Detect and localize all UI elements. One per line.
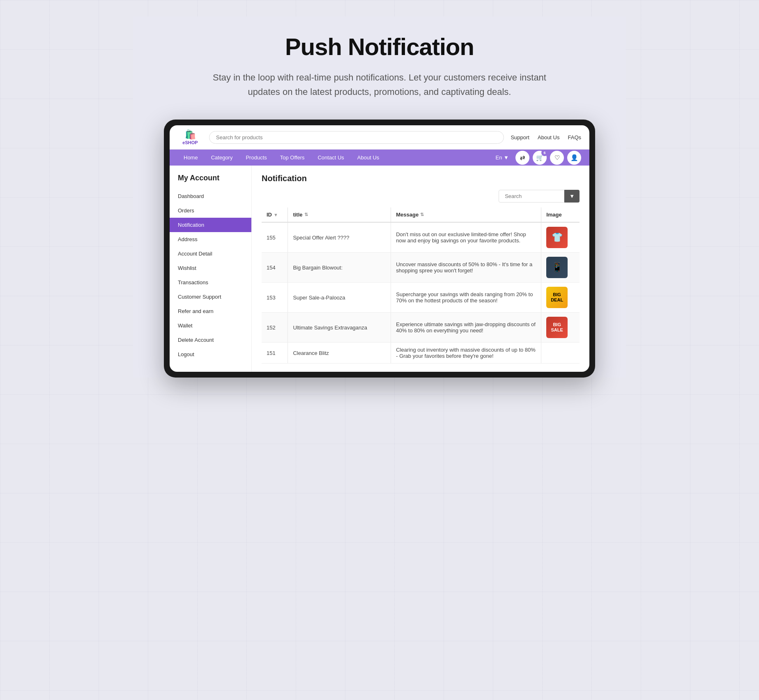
cell-message: Supercharge your savings with deals rang… <box>391 283 541 313</box>
cell-id: 155 <box>262 222 288 253</box>
faqs-link[interactable]: FAQs <box>568 134 581 140</box>
heart-icon: ♡ <box>554 154 560 161</box>
notification-heading: Notification <box>262 174 580 183</box>
hero-title: Push Notification <box>203 33 556 60</box>
col-header-image: Image <box>541 207 580 222</box>
sidebar-item-notification[interactable]: Notification <box>170 218 251 232</box>
tablet-frame: 🛍️ eSHOP Support About Us FAQs Home Cate… <box>164 120 595 378</box>
logo-icon: 🛍️ <box>185 129 196 140</box>
nav-top-offers[interactable]: Top Offers <box>274 150 310 166</box>
message-sort-icon: ⇅ <box>420 212 424 217</box>
top-links: Support About Us FAQs <box>511 134 581 140</box>
cell-title: Big Bargain Blowout: <box>288 253 391 283</box>
sidebar-item-wishlist[interactable]: Wishlist <box>170 261 251 275</box>
sidebar-item-orders[interactable]: Orders <box>170 203 251 218</box>
notification-search-input[interactable] <box>499 190 564 203</box>
wishlist-icon-btn[interactable]: ♡ <box>550 151 564 165</box>
search-input[interactable] <box>209 131 504 144</box>
tablet-screen: 🛍️ eSHOP Support About Us FAQs Home Cate… <box>170 125 589 372</box>
sidebar-item-delete-account[interactable]: Delete Account <box>170 333 251 347</box>
sidebar-item-dashboard[interactable]: Dashboard <box>170 189 251 203</box>
sidebar-item-refer-earn[interactable]: Refer and earn <box>170 304 251 318</box>
col-header-message[interactable]: Message ⇅ <box>391 207 541 222</box>
nav-category[interactable]: Category <box>205 150 239 166</box>
table-row: 154Big Bargain Blowout:Uncover massive d… <box>262 253 580 283</box>
hero-section: Push Notification Stay in the loop with … <box>195 16 564 120</box>
cell-title: Ultimate Savings Extravaganza <box>288 313 391 343</box>
user-icon: 👤 <box>570 154 578 161</box>
notification-image: BIGDEAL <box>546 287 568 308</box>
cell-image: 📱 <box>541 253 580 283</box>
nav-bar: Home Category Products Top Offers Contac… <box>170 150 589 166</box>
cell-id: 154 <box>262 253 288 283</box>
cell-message: Uncover massive discounts of 50% to 80% … <box>391 253 541 283</box>
cell-image <box>541 343 580 364</box>
nav-about[interactable]: About Us <box>352 150 385 166</box>
sidebar: My Account Dashboard Orders Notification… <box>170 166 252 372</box>
sidebar-item-address[interactable]: Address <box>170 232 251 246</box>
cell-image: BIGSALE <box>541 313 580 343</box>
cell-image: BIGDEAL <box>541 283 580 313</box>
notification-image: BIGSALE <box>546 317 568 338</box>
cell-title: Clearance Blitz <box>288 343 391 364</box>
cell-message: Clearing out inventory with massive disc… <box>391 343 541 364</box>
notification-image: 📱 <box>546 257 568 278</box>
col-header-title[interactable]: title ⇅ <box>288 207 391 222</box>
table-row: 152Ultimate Savings ExtravaganzaExperien… <box>262 313 580 343</box>
cell-id: 151 <box>262 343 288 364</box>
table-row: 155Special Offer Alert ????Don't miss ou… <box>262 222 580 253</box>
nav-links: Home Category Products Top Offers Contac… <box>178 150 385 166</box>
cell-message: Don't miss out on our exclusive limited-… <box>391 222 541 253</box>
hero-subtitle: Stay in the loop with real-time push not… <box>203 70 556 99</box>
cart-badge: 6 <box>541 150 548 156</box>
cell-message: Experience ultimate savings with jaw-dro… <box>391 313 541 343</box>
notification-table: ID ▼ title ⇅ <box>262 207 580 364</box>
sidebar-item-wallet[interactable]: Wallet <box>170 318 251 333</box>
notification-image: 👕 <box>546 227 568 248</box>
cell-title: Super Sale-a-Palooza <box>288 283 391 313</box>
cell-title: Special Offer Alert ???? <box>288 222 391 253</box>
logo[interactable]: 🛍️ eSHOP <box>178 129 202 145</box>
search-row: ▼ <box>262 190 580 203</box>
nav-contact[interactable]: Contact Us <box>312 150 350 166</box>
id-sort-icon: ▼ <box>274 212 278 217</box>
sidebar-title: My Account <box>170 174 251 189</box>
cell-image: 👕 <box>541 222 580 253</box>
sidebar-item-customer-support[interactable]: Customer Support <box>170 290 251 304</box>
language-selector[interactable]: En ▼ <box>492 152 512 163</box>
top-bar: 🛍️ eSHOP Support About Us FAQs <box>170 125 589 150</box>
title-sort-icon: ⇅ <box>304 212 308 217</box>
cart-icon-btn[interactable]: 🛒 6 <box>533 151 547 165</box>
table-row: 151Clearance BlitzClearing out inventory… <box>262 343 580 364</box>
nav-products[interactable]: Products <box>240 150 272 166</box>
nav-right: En ▼ ⇄ 🛒 6 ♡ 👤 <box>492 151 581 165</box>
nav-home[interactable]: Home <box>178 150 204 166</box>
shuffle-icon-btn[interactable]: ⇄ <box>515 151 529 165</box>
main-content: My Account Dashboard Orders Notification… <box>170 166 589 372</box>
shuffle-icon: ⇄ <box>520 154 525 161</box>
table-row: 153Super Sale-a-PaloozaSupercharge your … <box>262 283 580 313</box>
logo-text: eSHOP <box>182 140 198 145</box>
user-icon-btn[interactable]: 👤 <box>567 151 581 165</box>
col-header-id[interactable]: ID ▼ <box>262 207 288 222</box>
support-link[interactable]: Support <box>511 134 529 140</box>
sidebar-item-logout[interactable]: Logout <box>170 347 251 362</box>
sidebar-item-transactions[interactable]: Transactions <box>170 275 251 290</box>
cell-id: 152 <box>262 313 288 343</box>
about-link[interactable]: About Us <box>538 134 559 140</box>
search-icon: ▼ <box>569 193 575 199</box>
notification-search-button[interactable]: ▼ <box>564 190 580 203</box>
notification-area: Notification ▼ <box>252 166 589 372</box>
cell-id: 153 <box>262 283 288 313</box>
sidebar-item-account-detail[interactable]: Account Detail <box>170 246 251 261</box>
